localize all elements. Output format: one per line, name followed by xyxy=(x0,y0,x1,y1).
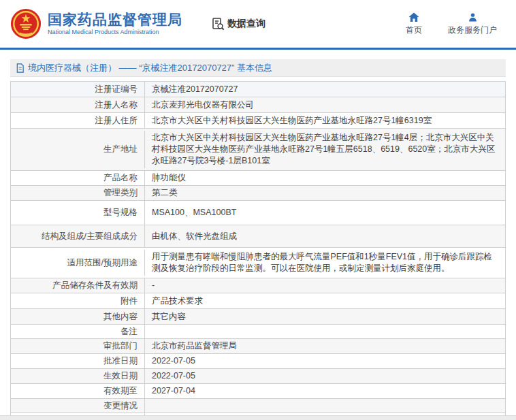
table-row-registrant-address: 注册人住所 北京市大兴区中关村科技园区大兴生物医药产业基地永旺路27号1幢631… xyxy=(11,113,505,129)
nav-home-label: 首页 xyxy=(406,25,422,36)
row-label: 型号规格 xyxy=(11,201,144,225)
table-row-structure-composition: 结构及组成/主要组成成分 由机体、软件光盘组成 xyxy=(11,225,505,248)
table-row-change-status: 变更情况 xyxy=(11,399,505,413)
table-row-reg-number: 注册证编号 京械注准20172070727 xyxy=(11,82,505,97)
row-value: 用于测量患有哮喘和慢阻肺患者的最大呼气流量PEF值和1秒量FEV1值，用于确诊后… xyxy=(144,250,505,276)
row-value: 北京麦邦光电仪器有限公司 xyxy=(144,97,505,112)
row-value: 其它内容 xyxy=(144,309,505,324)
registration-info-table: 注册证编号 京械注准20172070727 注册人名称 北京麦邦光电仪器有限公司… xyxy=(10,81,506,420)
table-row-expiry-date: 有效期至 2027-07-04 xyxy=(11,384,505,399)
table-row-model-spec: 型号规格 MSA100、MSA100BT xyxy=(11,201,505,225)
page-title: 境内医疗器械（注册） —— “京械注准20172070727” 基本信息 xyxy=(28,62,272,74)
row-value: 北京市大兴区中关村科技园区大兴生物医药产业基地永旺路27号1幢4层；北京市大兴区… xyxy=(144,131,505,168)
row-value: 由机体、软件光盘组成 xyxy=(144,225,505,247)
site-header: 国家药品监督管理局 National Medical Products Admi… xyxy=(0,0,516,50)
table-row-product-name: 产品名称 肺功能仪 xyxy=(11,171,505,186)
row-label: 生效日期 xyxy=(11,369,144,383)
national-emblem-icon xyxy=(10,8,42,39)
row-value: 肺功能仪 xyxy=(144,171,505,185)
person-icon xyxy=(468,12,478,22)
row-value: 2022-07-05 xyxy=(144,354,505,368)
row-value: - xyxy=(144,278,505,293)
nav-portal-label: 政务服务门户 xyxy=(448,25,497,36)
row-value: MSA100、MSA100BT xyxy=(144,201,505,225)
table-row-production-address: 生产地址 北京市大兴区中关村科技园区大兴生物医药产业基地永旺路27号1幢4层；北… xyxy=(11,129,505,171)
row-label: 管理类别 xyxy=(11,186,144,200)
document-search-icon xyxy=(211,17,225,31)
row-label: 产品名称 xyxy=(11,171,144,185)
row-label: 附件 xyxy=(11,293,144,308)
row-value: 2022-07-05 xyxy=(144,369,505,383)
row-value xyxy=(144,325,505,338)
table-row-management-class: 管理类别 第二类 xyxy=(11,186,505,201)
row-label: 注册人住所 xyxy=(11,113,144,128)
site-title: 国家药品监督管理局 xyxy=(48,12,182,27)
table-row-registrant-name: 注册人名称 北京麦邦光电仪器有限公司 xyxy=(11,97,505,113)
table-row-approval-date: 批准日期 2022-07-05 xyxy=(11,354,505,369)
table-row-intended-use: 适用范围/预期用途 用于测量患有哮喘和慢阻肺患者的最大呼气流量PEF值和1秒量F… xyxy=(11,248,505,278)
row-label: 产品储存条件及有效期 xyxy=(11,278,144,293)
row-label: 适用范围/预期用途 xyxy=(11,250,144,276)
row-label: 其他内容 xyxy=(11,309,144,324)
table-row-approval-department: 审批部门 北京市药品监督管理局 xyxy=(11,339,505,354)
row-label: 备注 xyxy=(11,325,144,338)
footer-strip xyxy=(0,415,516,420)
breadcrumb: 境内医疗器械（注册） —— “京械注准20172070727” 基本信息 xyxy=(10,59,506,77)
table-row-storage-validity: 产品储存条件及有效期 - xyxy=(11,278,505,293)
top-nav: 首页 政务服务门户 xyxy=(406,12,497,36)
row-label: 审批部门 xyxy=(11,339,144,353)
row-value: 京械注准20172070727 xyxy=(144,82,505,97)
row-label: 变更情况 xyxy=(11,399,144,413)
table-row-effective-date: 生效日期 2022-07-05 xyxy=(11,369,505,384)
row-label: 生产地址 xyxy=(11,131,144,168)
row-label: 注册人名称 xyxy=(11,97,144,112)
row-label: 注册证编号 xyxy=(11,82,144,97)
row-value xyxy=(144,399,505,413)
row-label: 有效期至 xyxy=(11,384,144,398)
row-label: 批准日期 xyxy=(11,354,144,368)
site-subtitle: National Medical Products Administration xyxy=(48,29,182,36)
row-value: 产品技术要求 xyxy=(144,293,505,308)
row-value: 北京市大兴区中关村科技园区大兴生物医药产业基地永旺路27号1幢6319室 xyxy=(144,113,505,128)
nav-data-query-label: 数据查询 xyxy=(227,18,265,30)
table-row-attachment: 附件 产品技术要求 xyxy=(11,293,505,309)
document-icon xyxy=(16,63,25,73)
home-icon xyxy=(408,12,419,22)
row-label: 结构及组成/主要组成成分 xyxy=(11,225,144,247)
nav-data-query[interactable]: 数据查询 xyxy=(211,17,265,31)
table-row-other-content: 其他内容 其它内容 xyxy=(11,309,505,325)
row-value: 第二类 xyxy=(144,186,505,200)
site-title-block: 国家药品监督管理局 National Medical Products Admi… xyxy=(48,12,182,36)
row-value: 北京市药品监督管理局 xyxy=(144,339,505,353)
row-value: 2027-07-04 xyxy=(144,384,505,398)
table-row-remarks: 备注 xyxy=(11,325,505,339)
nav-home[interactable]: 首页 xyxy=(406,12,422,36)
nav-portal[interactable]: 政务服务门户 xyxy=(448,12,497,36)
